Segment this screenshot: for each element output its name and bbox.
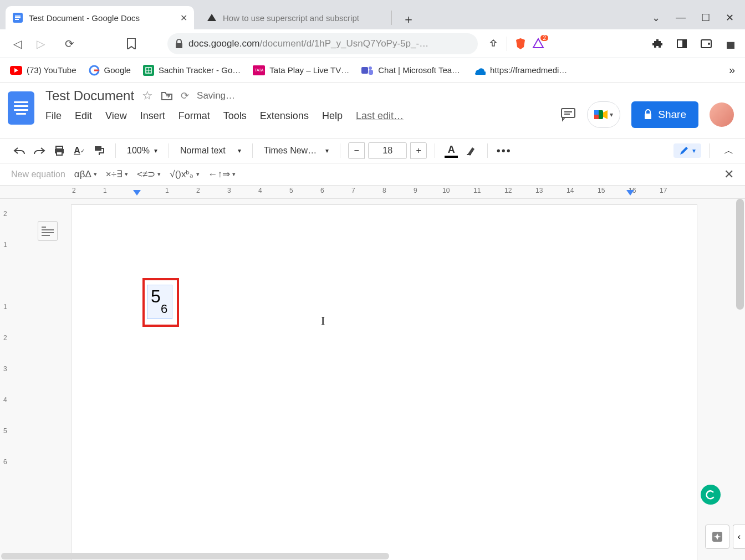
indent-marker-left-icon[interactable]	[133, 190, 141, 198]
menu-view[interactable]: View	[105, 110, 127, 122]
wallet-icon[interactable]	[700, 37, 713, 50]
indent-marker-right-icon[interactable]	[626, 190, 634, 198]
meet-button[interactable]: ▾	[587, 101, 620, 128]
spellcheck-button[interactable]: A✓	[71, 142, 88, 159]
explore-button[interactable]	[705, 525, 729, 549]
eq-relations-dropdown[interactable]: <≠⊃▾	[137, 168, 161, 180]
browser-menu-icon[interactable]: ▬▬▬	[724, 37, 737, 50]
tab-close-icon[interactable]: ✕	[180, 13, 187, 23]
sidepanel-icon[interactable]	[675, 37, 688, 50]
minimize-icon[interactable]: —	[676, 12, 686, 24]
menu-edit[interactable]: Edit	[75, 110, 92, 122]
paragraph-style-dropdown[interactable]: Normal text▾	[177, 146, 244, 156]
vertical-ruler[interactable]: 2 1 1 2 3 4 5 6	[0, 199, 16, 560]
redo-button[interactable]	[31, 142, 48, 159]
svg-rect-8	[682, 40, 686, 48]
equation-box[interactable]: 5 6	[147, 285, 172, 319]
zoom-dropdown[interactable]: 100%▾	[124, 146, 161, 156]
move-folder-icon[interactable]	[161, 91, 173, 101]
share-url-icon[interactable]	[487, 37, 500, 50]
bookmark-page-icon[interactable]	[122, 34, 141, 53]
eq-math-dropdown[interactable]: √()xᵇₐ▾	[170, 168, 199, 180]
new-equation-label[interactable]: New equation	[11, 169, 65, 179]
eq-arrows-dropdown[interactable]: ←↑⇒▾	[208, 168, 236, 180]
bookmarks-overflow-icon[interactable]: »	[729, 64, 735, 76]
more-tools-button[interactable]: •••	[496, 142, 512, 159]
close-window-icon[interactable]: ✕	[726, 12, 734, 24]
bookmark-sheets[interactable]: Sachin Tracker - Go…	[143, 65, 241, 76]
maximize-icon[interactable]: ☐	[701, 12, 710, 24]
horizontal-ruler[interactable]: 2 1 1 2 3 4 5 6 7 8 9 10 11 12 13 14 15 …	[0, 186, 745, 199]
close-equation-toolbar-button[interactable]: ✕	[724, 167, 734, 182]
docs-logo-icon[interactable]	[8, 91, 34, 125]
equation-toolbar: New equation αβΔ▾ ×÷∃▾ <≠⊃▾ √()xᵇₐ▾ ←↑⇒▾…	[0, 163, 745, 186]
address-bar: ◁ ▷ ⟳ docs.google.com/document/d/1hP_y_U…	[0, 29, 745, 58]
editing-mode-dropdown[interactable]: ▾	[673, 143, 701, 158]
formatting-toolbar: A✓ 100%▾ Normal text▾ Times New…▾ − 18 +…	[0, 138, 745, 163]
menu-tools[interactable]: Tools	[223, 110, 247, 122]
last-edit-link[interactable]: Last edit…	[356, 110, 404, 122]
svg-point-10	[708, 43, 710, 45]
font-size-input[interactable]: 18	[368, 142, 407, 159]
brave-shields-icon[interactable]	[514, 37, 527, 50]
back-button[interactable]: ◁	[8, 34, 27, 53]
svg-rect-29	[56, 146, 63, 149]
horizontal-scrollbar[interactable]	[1, 553, 389, 559]
tata-icon: TATA	[253, 65, 265, 75]
svg-marker-4	[207, 14, 216, 21]
undo-button[interactable]	[11, 142, 28, 159]
svg-rect-32	[95, 146, 101, 151]
document-title[interactable]: Test Document	[45, 88, 134, 104]
svg-point-19	[369, 66, 372, 70]
increase-font-button[interactable]: +	[410, 142, 427, 159]
comments-icon[interactable]	[560, 107, 576, 122]
vertical-scrollbar[interactable]	[736, 199, 744, 310]
decrease-font-button[interactable]: −	[348, 142, 365, 159]
font-dropdown[interactable]: Times New…▾	[261, 146, 332, 156]
print-button[interactable]	[51, 142, 68, 159]
cloud-sync-icon[interactable]: ⟳	[181, 90, 189, 102]
browser-tab-active[interactable]: Test Document - Google Docs ✕	[6, 6, 194, 29]
svg-rect-5	[176, 43, 182, 48]
google-icon	[89, 65, 100, 76]
bookmark-google[interactable]: Google	[89, 65, 131, 76]
bookmark-youtube[interactable]: (73) YouTube	[10, 65, 76, 75]
bookmark-tataplay[interactable]: TATA Tata Play – Live TV…	[253, 65, 349, 75]
svg-marker-35	[626, 190, 634, 196]
browser-tab-inactive[interactable]: How to use superscript and subscript	[200, 6, 388, 29]
pencil-icon	[679, 146, 689, 156]
lock-icon	[644, 109, 652, 120]
brave-rewards-icon[interactable]: 2	[532, 37, 545, 50]
menu-insert[interactable]: Insert	[140, 110, 165, 122]
share-button[interactable]: Share	[631, 101, 698, 128]
document-outline-button[interactable]	[38, 221, 58, 241]
url-field[interactable]: docs.google.com/document/d/1hP_y_UsnQ7Yo…	[167, 33, 478, 54]
forward-button[interactable]: ▷	[31, 34, 50, 53]
text-color-button[interactable]: A	[443, 142, 460, 159]
collapse-toolbar-button[interactable]: ︿	[724, 144, 734, 157]
paint-format-button[interactable]	[91, 142, 108, 159]
grammarly-badge-icon[interactable]	[701, 485, 721, 505]
menu-file[interactable]: File	[45, 110, 62, 122]
menu-help[interactable]: Help	[322, 110, 343, 122]
highlight-button[interactable]	[463, 142, 479, 159]
document-page[interactable]: 5 6 I	[71, 204, 697, 560]
url-text: docs.google.com/document/d/1hP_y_UsnQ7Yo…	[188, 38, 428, 49]
reload-button[interactable]: ⟳	[60, 34, 79, 53]
extensions-icon[interactable]	[651, 37, 664, 50]
eq-operators-dropdown[interactable]: ×÷∃▾	[106, 168, 128, 180]
account-avatar[interactable]	[710, 102, 734, 127]
equation-base: 5	[151, 286, 161, 307]
menu-extensions[interactable]: Extensions	[260, 110, 309, 122]
side-panel-handle[interactable]: ‹	[733, 525, 745, 549]
menu-bar: File Edit View Insert Format Tools Exten…	[45, 110, 560, 122]
bookmark-teams[interactable]: Chat | Microsoft Tea…	[361, 65, 460, 76]
eq-greek-dropdown[interactable]: αβΔ▾	[74, 169, 97, 180]
new-tab-button[interactable]: ＋	[399, 9, 419, 29]
docs-favicon-icon	[12, 12, 23, 23]
bookmark-onedrive[interactable]: https://framedmedi…	[472, 65, 567, 75]
star-icon[interactable]: ☆	[142, 89, 153, 103]
tab-search-icon[interactable]: ⌄	[652, 12, 660, 24]
menu-format[interactable]: Format	[178, 110, 210, 122]
saving-status: Saving…	[197, 90, 235, 101]
